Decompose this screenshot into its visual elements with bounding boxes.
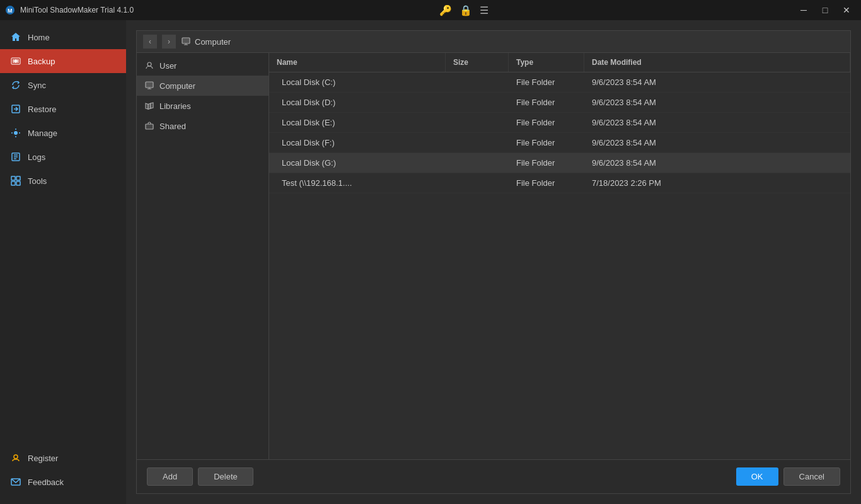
col-header-type: Type [509,53,584,72]
svg-text:M: M [8,8,13,14]
home-icon [10,32,21,43]
svg-point-14 [147,62,151,66]
sidebar-feedback-label: Feedback [28,478,64,487]
sidebar-item-register[interactable]: Register [0,446,126,470]
sidebar-register-label: Register [28,454,58,463]
file-size-cell [446,118,509,128]
svg-rect-8 [16,176,20,180]
table-row[interactable]: Local Disk (G:)File Folder9/6/2023 8:54 … [269,153,850,173]
menu-icon[interactable]: ☰ [480,4,488,16]
table-row[interactable]: Test (\\192.168.1....File Folder7/18/202… [269,173,850,193]
svg-rect-15 [146,82,153,88]
sidebar-manage-label: Manage [28,129,57,138]
app-body: Home Backup Sync Restore Manage [0,20,861,504]
sidebar-item-backup[interactable]: Backup [0,49,126,73]
lock-icon[interactable]: 🔒 [459,4,472,16]
manage-icon [10,127,21,139]
table-row[interactable]: Local Disk (D:)File Folder9/6/2023 8:54 … [269,93,850,113]
file-size-cell [446,178,509,188]
tree-user-label: User [159,61,176,71]
sync-icon [10,79,21,91]
file-date-cell: 9/6/2023 8:54 AM [584,113,850,132]
table-row[interactable]: Local Disk (F:)File Folder9/6/2023 8:54 … [269,133,850,153]
forward-button[interactable]: › [162,35,176,49]
footer-right: OK Cancel [736,467,840,486]
cancel-button[interactable]: Cancel [783,467,840,486]
tree-item-user[interactable]: User [137,55,269,76]
register-icon [10,452,21,464]
location-bar: Computer [181,37,231,47]
logs-icon [10,151,21,163]
sidebar-backup-label: Backup [28,57,55,66]
tree-shared-label: Shared [159,122,186,131]
file-type-cell: File Folder [509,93,584,112]
key-icon[interactable]: 🔑 [439,4,452,16]
delete-button[interactable]: Delete [198,467,253,486]
sidebar-home-label: Home [28,33,50,42]
user-tree-icon [144,60,154,71]
titlebar: M MiniTool ShadowMaker Trial 4.1.0 🔑 🔒 ☰… [0,0,861,20]
restore-icon [10,103,21,115]
file-type-cell: File Folder [509,133,584,152]
tree-libraries-label: Libraries [159,101,191,111]
add-button[interactable]: Add [147,467,193,486]
table-row[interactable]: Local Disk (C:)File Folder9/6/2023 8:54 … [269,72,850,93]
file-list: Local Disk (C:)File Folder9/6/2023 8:54 … [269,72,850,459]
titlebar-left: M MiniTool ShadowMaker Trial 4.1.0 [5,5,134,15]
svg-rect-13 [182,38,190,43]
file-size-cell [446,138,509,148]
file-date-cell: 9/6/2023 8:54 AM [584,72,850,92]
tree-item-libraries[interactable]: Libraries [137,96,269,116]
content-area: ‹ › Computer [126,20,861,504]
feedback-icon [10,476,21,488]
file-name-cell: Test (\\192.168.1.... [269,173,446,193]
sidebar-restore-label: Restore [28,105,57,114]
app-title: MiniTool ShadowMaker Trial 4.1.0 [20,6,134,14]
sidebar-item-feedback[interactable]: Feedback [0,470,126,494]
svg-rect-10 [16,181,20,185]
file-name-cell: Local Disk (C:) [269,72,446,92]
file-name-cell: Local Disk (F:) [269,133,446,152]
dialog-toolbar: ‹ › Computer [137,31,850,53]
file-name-cell: Local Disk (D:) [269,93,446,112]
file-date-cell: 9/6/2023 8:54 AM [584,93,850,112]
sidebar-item-sync[interactable]: Sync [0,73,126,97]
sidebar-item-restore[interactable]: Restore [0,97,126,121]
sidebar-item-home[interactable]: Home [0,25,126,49]
file-panel: Name Size Type Date Modified [269,53,850,459]
ok-button[interactable]: OK [736,467,778,486]
shared-tree-icon [144,121,154,131]
sidebar-item-tools[interactable]: Tools [0,169,126,193]
svg-point-5 [14,131,18,135]
file-date-cell: 9/6/2023 8:54 AM [584,153,850,173]
sidebar-item-logs[interactable]: Logs [0,145,126,169]
col-header-size: Size [446,53,509,72]
sidebar-logs-label: Logs [28,152,45,162]
back-button[interactable]: ‹ [143,35,157,49]
tree-item-computer[interactable]: Computer [137,76,269,96]
dialog-body: User Computer [137,53,850,459]
sidebar: Home Backup Sync Restore Manage [0,20,126,504]
dialog-footer: Add Delete OK Cancel [137,459,850,493]
maximize-button[interactable]: □ [816,4,835,16]
file-type-cell: File Folder [509,72,584,92]
file-header: Name Size Type Date Modified [269,53,850,72]
file-size-cell [446,98,509,108]
tools-icon [10,175,21,186]
svg-rect-16 [146,124,153,129]
computer-icon [181,37,191,47]
svg-rect-9 [11,181,15,185]
tree-item-shared[interactable]: Shared [137,116,269,136]
file-name-cell: Local Disk (E:) [269,113,446,132]
table-row[interactable]: Local Disk (E:)File Folder9/6/2023 8:54 … [269,113,850,133]
minimize-button[interactable]: ─ [794,4,813,16]
file-size-cell [446,77,509,88]
sidebar-sync-label: Sync [28,81,46,90]
libraries-tree-icon [144,101,154,111]
app-logo-icon: M [5,5,15,15]
sidebar-tools-label: Tools [28,176,47,186]
sidebar-item-manage[interactable]: Manage [0,121,126,145]
close-button[interactable]: ✕ [837,4,856,16]
file-type-cell: File Folder [509,153,584,173]
svg-rect-7 [11,176,15,180]
